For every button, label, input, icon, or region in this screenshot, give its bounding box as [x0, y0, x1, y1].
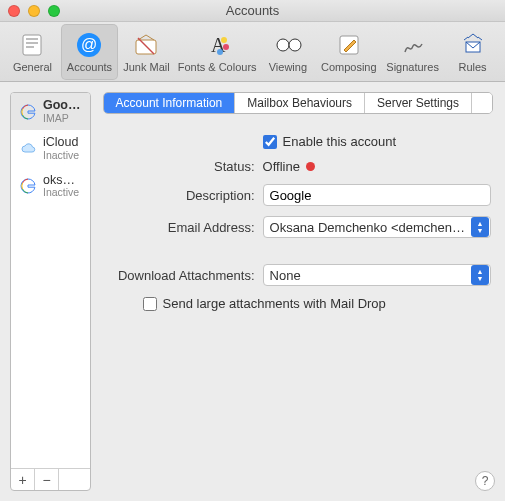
google-icon [19, 103, 37, 121]
download-label: Download Attachments: [105, 268, 255, 283]
email-address-value: Oksana Demchenko <demchen… [264, 220, 471, 235]
svg-point-11 [217, 49, 223, 55]
toolbar-label: Rules [458, 61, 486, 73]
toolbar-viewing[interactable]: Viewing [259, 24, 316, 80]
remove-account-button[interactable]: − [35, 469, 59, 491]
general-icon [18, 31, 46, 59]
svg-rect-1 [26, 38, 38, 40]
download-attachments-value: None [264, 268, 471, 283]
zoom-icon[interactable] [48, 5, 60, 17]
toolbar-general[interactable]: General [4, 24, 61, 80]
account-sub: Inactive [43, 187, 82, 199]
account-sub: Inactive [43, 150, 79, 162]
toolbar-accounts[interactable]: @ Accounts [61, 24, 118, 80]
account-row[interactable]: Google IMAP [11, 93, 90, 130]
description-field[interactable] [263, 184, 491, 206]
account-name: oksana.a.d… [43, 174, 82, 188]
account-row[interactable]: iCloud Inactive [11, 130, 90, 167]
download-attachments-select[interactable]: None ▲▼ [263, 264, 491, 286]
tab-server-settings[interactable]: Server Settings [364, 93, 471, 113]
svg-point-9 [221, 37, 227, 43]
tab-spacer [471, 93, 492, 113]
status-label: Status: [105, 159, 255, 174]
enable-account-checkbox[interactable] [263, 135, 277, 149]
account-sub: IMAP [43, 113, 82, 125]
svg-rect-3 [26, 46, 34, 48]
toolbar-label: Composing [321, 61, 377, 73]
signatures-icon [399, 31, 427, 59]
junkmail-icon [132, 31, 160, 59]
account-detail: Account Information Mailbox Behaviours S… [101, 92, 495, 491]
svg-point-12 [277, 39, 289, 51]
toolbar-fonts[interactable]: A Fonts & Colours [175, 24, 259, 80]
account-name: Google [43, 99, 82, 113]
enable-account-row[interactable]: Enable this account [263, 134, 491, 149]
select-arrows-icon: ▲▼ [471, 217, 489, 237]
account-form: Enable this account Status: Offline Desc… [101, 134, 495, 311]
icloud-icon [19, 140, 37, 158]
accounts-icon: @ [75, 31, 103, 59]
toolbar-label: Signatures [386, 61, 439, 73]
toolbar-label: Fonts & Colours [178, 61, 257, 73]
email-address-select[interactable]: Oksana Demchenko <demchen… ▲▼ [263, 216, 491, 238]
toolbar-junkmail[interactable]: Junk Mail [118, 24, 175, 80]
close-icon[interactable] [8, 5, 20, 17]
titlebar: Accounts [0, 0, 505, 22]
toolbar-signatures[interactable]: Signatures [381, 24, 444, 80]
window-title: Accounts [226, 3, 279, 18]
svg-point-10 [223, 44, 229, 50]
window-controls [8, 5, 60, 17]
mail-drop-label: Send large attachments with Mail Drop [163, 296, 386, 311]
fonts-icon: A [203, 31, 231, 59]
svg-rect-2 [26, 42, 38, 44]
toolbar-composing[interactable]: Composing [316, 24, 381, 80]
accounts-list: Google IMAP iCloud Inactive oksana.a.d… … [11, 93, 90, 468]
email-label: Email Address: [105, 220, 255, 235]
accounts-sidebar: Google IMAP iCloud Inactive oksana.a.d… … [10, 92, 91, 491]
minimize-icon[interactable] [28, 5, 40, 17]
svg-text:@: @ [81, 36, 97, 53]
toolbar-label: General [13, 61, 52, 73]
description-label: Description: [105, 188, 255, 203]
composing-icon [335, 31, 363, 59]
sidebar-footer: + − [11, 468, 90, 490]
mail-drop-checkbox[interactable] [143, 297, 157, 311]
tab-mailbox-behaviours[interactable]: Mailbox Behaviours [234, 93, 364, 113]
svg-point-13 [289, 39, 301, 51]
enable-account-label: Enable this account [283, 134, 396, 149]
add-account-button[interactable]: + [11, 469, 35, 491]
help-button[interactable]: ? [475, 471, 495, 491]
rules-icon [459, 31, 487, 59]
select-arrows-icon: ▲▼ [471, 265, 489, 285]
toolbar-label: Accounts [67, 61, 112, 73]
detail-tabs: Account Information Mailbox Behaviours S… [103, 92, 493, 114]
status-indicator-icon [306, 162, 315, 171]
viewing-icon [274, 31, 302, 59]
preferences-toolbar: General @ Accounts Junk Mail A Fonts & C… [0, 22, 505, 82]
tab-account-information[interactable]: Account Information [104, 93, 235, 113]
google-icon [19, 177, 37, 195]
account-row[interactable]: oksana.a.d… Inactive [11, 168, 90, 205]
toolbar-label: Junk Mail [123, 61, 169, 73]
toolbar-rules[interactable]: Rules [444, 24, 501, 80]
account-name: iCloud [43, 136, 79, 150]
toolbar-label: Viewing [269, 61, 307, 73]
status-value: Offline [263, 159, 300, 174]
